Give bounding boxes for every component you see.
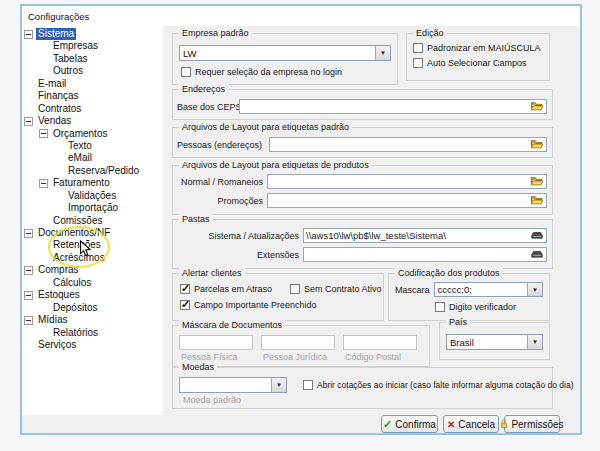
tree-item-retencoes[interactable]: Retenções bbox=[24, 239, 174, 251]
group-title: Arquivos de Layout para etiquetas de pro… bbox=[179, 160, 372, 170]
collapse-icon[interactable] bbox=[24, 266, 33, 275]
tree-item-comissoes[interactable]: Comissões bbox=[24, 215, 174, 227]
tree-item-faturamento[interactable]: Faturamento bbox=[24, 177, 174, 189]
tree-item-orcamentos[interactable]: Orçamentos bbox=[24, 128, 174, 140]
tree-item-vendas[interactable]: Vendas bbox=[24, 115, 174, 127]
tree-item-empresas[interactable]: Empresas bbox=[24, 40, 174, 52]
browse-button[interactable] bbox=[528, 194, 546, 207]
chevron-down-icon[interactable]: ▼ bbox=[271, 378, 286, 392]
permissions-button[interactable]: Permissões bbox=[504, 415, 560, 433]
moeda-padrao-caption: Moeda padrão bbox=[183, 395, 241, 405]
group-pais: País Brasil ▼ bbox=[439, 322, 550, 360]
collapse-icon[interactable] bbox=[24, 291, 33, 300]
tree-item-outros[interactable]: Outros bbox=[24, 65, 174, 77]
sistema-atualizacoes-input[interactable] bbox=[304, 230, 528, 242]
abrir-cotacoes-checkbox[interactable]: Abrir cotações ao iniciar (caso falte in… bbox=[303, 380, 574, 390]
cancel-button[interactable]: ✕ Cancela bbox=[443, 415, 499, 433]
drive-icon bbox=[530, 247, 544, 262]
browse-button[interactable] bbox=[528, 100, 546, 113]
tree-item-servicos[interactable]: Serviços bbox=[24, 339, 174, 351]
confirm-button[interactable]: ✓ Confirma bbox=[381, 415, 438, 433]
browse-button[interactable] bbox=[528, 248, 546, 261]
checkbox-icon[interactable] bbox=[413, 58, 423, 68]
checkbox-icon[interactable] bbox=[413, 43, 423, 53]
collapse-icon[interactable] bbox=[39, 129, 48, 138]
normal-romaneios-field[interactable] bbox=[267, 174, 547, 189]
tree-item-documentos-nf[interactable]: Documentos/NF bbox=[24, 227, 174, 239]
moeda-padrao-select[interactable]: ▼ bbox=[179, 377, 287, 393]
padronizar-maiuscula-checkbox[interactable]: Padronizar em MAIÚSCULA bbox=[413, 43, 541, 53]
checkbox-icon[interactable] bbox=[181, 67, 191, 77]
chevron-down-icon[interactable]: ▼ bbox=[527, 283, 542, 296]
codigo-postal-input[interactable] bbox=[343, 335, 417, 350]
group-mascara-documentos: Máscara de Documentos Pessoa Física Pess… bbox=[172, 325, 430, 367]
tree-item-estoques[interactable]: Estoques bbox=[24, 289, 174, 301]
tree-item-tabelas[interactable]: Tabelas bbox=[24, 53, 174, 65]
checkbox-icon[interactable] bbox=[290, 284, 300, 294]
tree-item-reserva-pedido[interactable]: Reserva/Pedido bbox=[24, 165, 174, 177]
requer-selecao-checkbox[interactable]: Requer seleção da empresa no login bbox=[181, 67, 342, 77]
base-ceps-field[interactable] bbox=[239, 99, 547, 114]
normal-romaneios-label: Normal / Romaneios bbox=[177, 177, 263, 187]
pessoas-enderecos-field[interactable] bbox=[269, 137, 547, 152]
pessoa-fisica-caption: Pessoa Física bbox=[181, 352, 238, 362]
auto-selecionar-checkbox[interactable]: Auto Selecionar Campos bbox=[413, 58, 527, 68]
pais-select[interactable]: Brasil ▼ bbox=[446, 334, 543, 350]
promocoes-input[interactable] bbox=[268, 195, 528, 207]
collapse-icon[interactable] bbox=[24, 316, 33, 325]
pessoas-enderecos-input[interactable] bbox=[270, 139, 528, 151]
group-title: Arquivos de Layout para etiquetas padrão bbox=[179, 122, 352, 132]
tree-item-midias[interactable]: Mídias bbox=[24, 314, 174, 326]
checkbox-icon[interactable] bbox=[303, 380, 313, 390]
tree-item-email2[interactable]: eMail bbox=[24, 152, 174, 164]
base-ceps-input[interactable] bbox=[240, 101, 528, 113]
tree-item-contratos[interactable]: Contratos bbox=[24, 103, 174, 115]
chevron-down-icon[interactable]: ▼ bbox=[375, 46, 390, 60]
x-icon: ✕ bbox=[447, 419, 455, 430]
parcelas-atraso-checkbox[interactable]: Parcelas em Atraso bbox=[180, 284, 272, 294]
tree-item-texto[interactable]: Texto bbox=[24, 140, 174, 152]
collapse-icon[interactable] bbox=[24, 229, 33, 238]
tree-item-importacao[interactable]: Importação bbox=[24, 202, 174, 214]
group-edicao: Edição Padronizar em MAIÚSCULA Auto Sele… bbox=[406, 33, 550, 81]
collapse-icon[interactable] bbox=[24, 30, 33, 39]
folder-open-icon bbox=[530, 137, 544, 152]
tree-item-calculos[interactable]: Cálculos bbox=[24, 277, 174, 289]
checkbox-icon[interactable] bbox=[180, 300, 190, 310]
checkbox-icon[interactable] bbox=[180, 284, 190, 294]
extensoes-field[interactable] bbox=[303, 247, 547, 262]
browse-button[interactable] bbox=[528, 229, 546, 242]
pessoa-fisica-input[interactable] bbox=[179, 335, 253, 350]
collapse-icon[interactable] bbox=[39, 179, 48, 188]
tree-item-sistema[interactable]: Sistema bbox=[24, 28, 174, 40]
extensoes-input[interactable] bbox=[304, 249, 528, 261]
codigo-postal-caption: Código Postal bbox=[345, 352, 401, 362]
tree-item-validacoes[interactable]: Validações bbox=[24, 190, 174, 202]
tree-item-email[interactable]: E-mail bbox=[24, 78, 174, 90]
pessoa-juridica-caption: Pessoa Jurídica bbox=[263, 352, 327, 362]
sem-contrato-checkbox[interactable]: Sem Contrato Ativo bbox=[290, 284, 382, 294]
checkbox-icon[interactable] bbox=[435, 302, 445, 312]
collapse-icon[interactable] bbox=[24, 117, 33, 126]
tree-item-relatorios[interactable]: Relatórios bbox=[24, 327, 174, 339]
chevron-down-icon[interactable]: ▼ bbox=[527, 335, 542, 349]
tree-item-acrescimos[interactable]: Acréscimos bbox=[24, 252, 174, 264]
tree-item-financas[interactable]: Finanças bbox=[24, 90, 174, 102]
folder-open-icon bbox=[530, 99, 544, 114]
tree-item-depositos[interactable]: Depósitos bbox=[24, 302, 174, 314]
normal-romaneios-input[interactable] bbox=[268, 176, 528, 188]
browse-button[interactable] bbox=[528, 175, 546, 188]
pessoa-juridica-input[interactable] bbox=[261, 335, 335, 350]
browse-button[interactable] bbox=[528, 138, 546, 151]
tree-item-compras[interactable]: Compras bbox=[24, 264, 174, 276]
sistema-atualizacoes-field[interactable] bbox=[303, 228, 547, 243]
group-pastas: Pastas Sistema / Atualizações Extensões bbox=[172, 219, 553, 269]
empresa-padrao-select[interactable]: LW ▼ bbox=[179, 45, 391, 61]
promocoes-field[interactable] bbox=[267, 193, 547, 208]
group-title: Máscara de Documentos bbox=[179, 320, 285, 330]
mascara-select[interactable]: ccccc;0; ▼ bbox=[434, 282, 543, 297]
digito-verificador-checkbox[interactable]: Digito verificador bbox=[435, 302, 516, 312]
base-ceps-label: Base dos CEPS bbox=[177, 102, 235, 112]
campo-importante-checkbox[interactable]: Campo Importante Preenchido bbox=[180, 300, 317, 310]
configuracoes-dialog: Configurações Sistema Empresas Tabelas O… bbox=[20, 4, 582, 435]
